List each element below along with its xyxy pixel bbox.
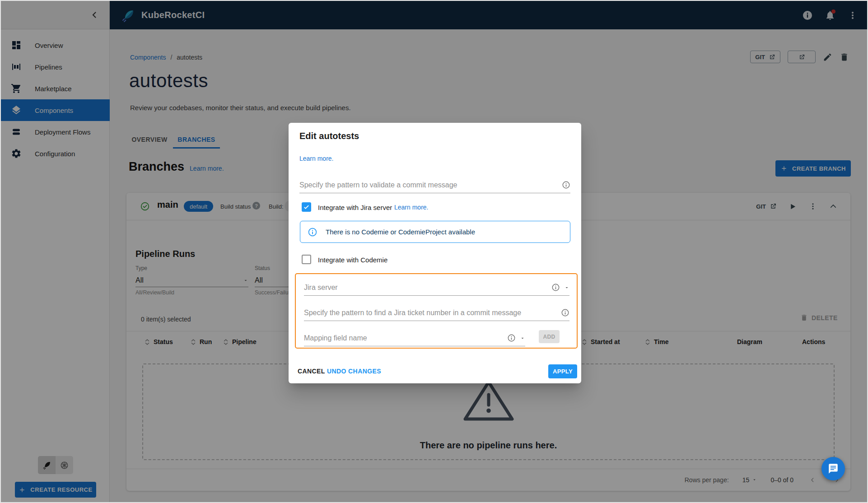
chat-fab-button[interactable]	[821, 457, 845, 480]
info-outline-icon[interactable]	[562, 181, 570, 189]
ticket-pattern-placeholder: Specify the pattern to find a Jira ticke…	[304, 309, 521, 317]
undo-changes-button[interactable]: UNDO CHANGES	[327, 368, 381, 375]
chevron-down-icon[interactable]	[520, 335, 525, 341]
mapping-field-placeholder: Mapping field name	[304, 334, 367, 342]
jira-learn-more-link[interactable]: Learn more.	[394, 204, 428, 211]
jira-settings-highlight-box: Jira server Specify the pattern to find …	[295, 273, 578, 349]
edit-autotests-dialog: Edit autotests Learn more. Specify the p…	[289, 123, 581, 383]
jira-server-select[interactable]: Jira server	[304, 280, 569, 296]
chat-bubble-icon	[827, 463, 839, 475]
app-window: KubeRocketCI Overview	[0, 0, 868, 503]
dialog-title: Edit autotests	[299, 131, 359, 141]
apply-button[interactable]: APPLY	[548, 364, 577, 378]
mapping-field-select[interactable]: Mapping field name	[304, 331, 525, 346]
info-outline-icon	[308, 227, 317, 237]
chevron-down-icon[interactable]	[564, 285, 569, 290]
add-mapping-button[interactable]: ADD	[539, 330, 560, 343]
jira-integration-checkbox[interactable]	[302, 202, 311, 212]
codemie-checkbox-label: Integrate with Codemie	[318, 256, 387, 264]
info-outline-icon[interactable]	[507, 334, 516, 342]
jira-server-placeholder: Jira server	[304, 284, 338, 292]
check-icon	[303, 204, 310, 210]
cancel-button[interactable]: CANCEL	[298, 368, 325, 375]
alert-message: There is no Codemie or CodemieProject av…	[326, 228, 475, 236]
info-outline-icon[interactable]	[551, 283, 560, 292]
ticket-pattern-input[interactable]: Specify the pattern to find a Jira ticke…	[304, 306, 569, 321]
info-outline-icon[interactable]	[561, 308, 569, 317]
codemie-info-alert: There is no Codemie or CodemieProject av…	[300, 221, 570, 243]
codemie-integration-checkbox[interactable]	[302, 255, 311, 264]
commit-pattern-input[interactable]: Specify the pattern to validate a commit…	[299, 178, 570, 193]
jira-checkbox-label: Integrate with Jira server	[318, 204, 392, 211]
dialog-learn-more-link[interactable]: Learn more.	[299, 155, 333, 162]
commit-pattern-placeholder: Specify the pattern to validate a commit…	[299, 181, 457, 189]
